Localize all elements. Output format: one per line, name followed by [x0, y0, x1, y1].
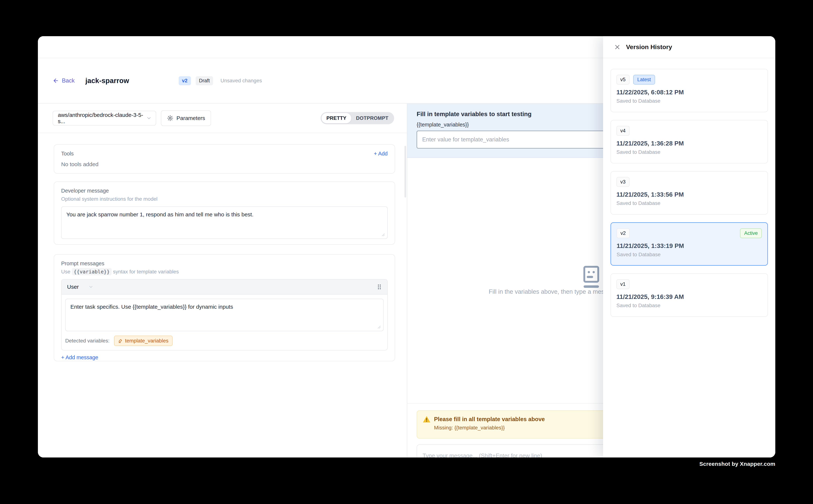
model-select[interactable]: aws/anthropic/bedrock-claude-3-5-s...	[53, 111, 156, 126]
chevron-down-icon[interactable]	[88, 284, 93, 289]
version-date: 11/22/2025, 6:08:12 PM	[617, 89, 762, 96]
version-history-title: Version History	[626, 43, 672, 51]
developer-message-label: Developer message	[61, 188, 388, 194]
version-item-v4[interactable]: v4 11/21/2025, 1:36:28 PM Saved to Datab…	[611, 120, 768, 163]
version-status: Saved to Database	[617, 98, 762, 104]
active-badge: Active	[740, 228, 762, 238]
version-item-v3[interactable]: v3 11/21/2025, 1:33:56 PM Saved to Datab…	[611, 171, 768, 215]
model-select-value: aws/anthropic/bedrock-claude-3-5-s...	[58, 112, 146, 124]
page-title: jack-sparrow	[85, 77, 129, 85]
version-status: Saved to Database	[617, 200, 762, 206]
prompt-messages-card: Prompt messages Use {{variable}} syntax …	[54, 254, 395, 361]
version-list: v5 Latest 11/22/2025, 6:08:12 PM Saved t…	[603, 58, 775, 317]
close-icon[interactable]	[614, 44, 621, 51]
developer-message-card: Developer message Optional system instru…	[54, 181, 395, 245]
draft-status-badge: Draft	[196, 76, 213, 85]
resize-grip-icon[interactable]	[381, 233, 385, 237]
version-badge: v2	[179, 76, 191, 85]
back-label: Back	[62, 77, 75, 84]
format-toggle: PRETTY DOTPROMPT	[321, 112, 394, 124]
triangle-alert-icon	[423, 416, 431, 423]
add-message-button[interactable]: + Add message	[61, 354, 98, 361]
version-date: 11/21/2025, 1:33:56 PM	[617, 191, 762, 198]
version-number-badge: v3	[617, 177, 630, 187]
arrow-left-icon	[53, 78, 59, 84]
prompt-messages-label: Prompt messages	[61, 260, 388, 267]
version-history-panel: Version History v5 Latest 11/22/2025, 6:…	[603, 36, 775, 457]
bot-face-icon	[580, 265, 602, 290]
version-item-v5[interactable]: v5 Latest 11/22/2025, 6:08:12 PM Saved t…	[611, 69, 768, 112]
message-block: User Ent	[61, 279, 388, 350]
resize-grip-icon[interactable]	[377, 325, 381, 329]
gear-icon	[167, 115, 173, 121]
pen-line-icon	[118, 338, 123, 343]
detected-variables-label: Detected variables:	[65, 338, 109, 344]
prompt-messages-hint: Use {{variable}} syntax for template var…	[61, 269, 388, 275]
version-status: Saved to Database	[617, 149, 762, 155]
version-date: 11/21/2025, 1:33:19 PM	[617, 242, 762, 249]
editor-scrollbar[interactable]	[404, 146, 406, 198]
developer-message-hint: Optional system instructions for the mod…	[61, 196, 388, 202]
app-window: Back jack-sparrow v2 Draft Unsaved chang…	[38, 36, 775, 457]
add-tool-button[interactable]: + Add	[374, 151, 388, 157]
developer-message-textarea[interactable]: You are jack sparrow number 1, respond a…	[61, 206, 388, 239]
version-item-v1[interactable]: v1 11/21/2025, 9:16:39 AM Saved to Datab…	[611, 273, 768, 317]
prompt-editor-panel: aws/anthropic/bedrock-claude-3-5-s... Pa…	[38, 104, 407, 457]
message-header: User	[61, 280, 387, 295]
template-variable-chip[interactable]: template_variables	[114, 336, 172, 346]
version-date: 11/21/2025, 9:16:39 AM	[617, 293, 762, 300]
back-button[interactable]: Back	[53, 77, 75, 84]
empty-state-text: Fill in the variables above, then type a…	[489, 288, 618, 295]
user-message-textarea[interactable]: Enter task specifics. Use {{template_var…	[65, 299, 384, 331]
version-item-v2-active[interactable]: v2 Active 11/21/2025, 1:33:19 PM Saved t…	[611, 222, 768, 266]
xnapper-watermark: Screenshot by Xnapper.com	[699, 461, 775, 467]
version-history-header: Version History	[603, 36, 775, 58]
toggle-dotprompt[interactable]: DOTPROMPT	[351, 113, 393, 123]
version-number-badge: v5	[617, 75, 630, 85]
parameters-button[interactable]: Parameters	[161, 110, 211, 126]
tools-card: Tools + Add No tools added	[54, 144, 395, 174]
warning-title: Please fill in all template variables ab…	[434, 416, 545, 423]
model-toolbar: aws/anthropic/bedrock-claude-3-5-s... Pa…	[38, 104, 407, 133]
version-number-badge: v4	[617, 126, 630, 136]
version-status: Saved to Database	[617, 303, 762, 308]
chevron-down-icon	[146, 115, 152, 121]
drag-handle-icon[interactable]	[377, 284, 382, 290]
version-date: 11/21/2025, 1:36:28 PM	[617, 140, 762, 147]
version-number-badge: v2	[617, 228, 630, 238]
latest-badge: Latest	[633, 75, 655, 85]
version-status: Saved to Database	[617, 252, 762, 258]
parameters-label: Parameters	[176, 115, 205, 121]
unsaved-changes-text: Unsaved changes	[221, 78, 262, 84]
tools-label: Tools	[61, 151, 74, 157]
detected-variables-row: Detected variables: template_variables	[61, 334, 387, 350]
tools-empty-text: No tools added	[61, 161, 388, 167]
toggle-pretty[interactable]: PRETTY	[322, 113, 351, 123]
variable-syntax-chip: {{variable}}	[72, 268, 112, 275]
version-number-badge: v1	[617, 279, 630, 289]
role-select[interactable]: User	[67, 284, 79, 290]
